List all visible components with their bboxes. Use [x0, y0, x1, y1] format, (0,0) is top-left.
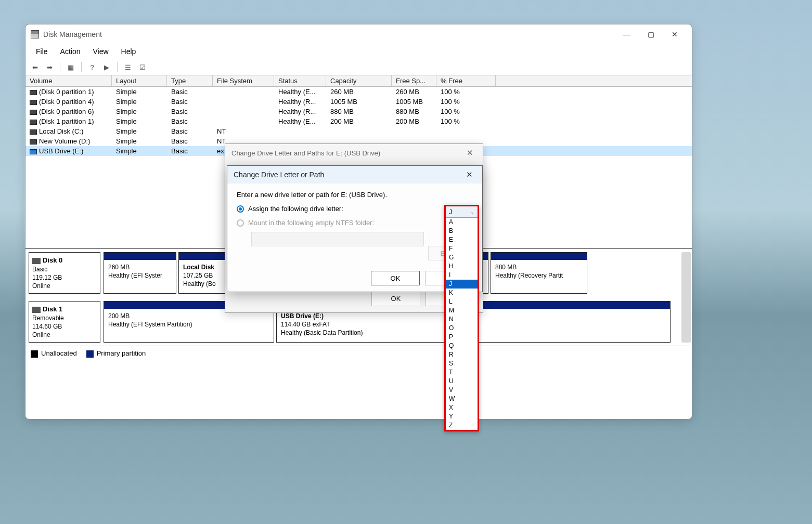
ntfs-folder-input: [251, 232, 424, 246]
legend: Unallocated Primary partition: [25, 346, 692, 361]
legend-primary-label: Primary partition: [97, 349, 146, 357]
dropdown-option[interactable]: W: [446, 395, 478, 403]
table-row[interactable]: (Disk 1 partition 1)SimpleBasicHealthy (…: [25, 116, 692, 126]
dropdown-option[interactable]: M: [446, 306, 478, 315]
volume-table-header: Volume Layout Type File System Status Ca…: [25, 75, 692, 87]
dropdown-option[interactable]: I: [446, 271, 478, 280]
disk-info[interactable]: Disk 1Removable114.60 GBOnline: [29, 301, 100, 343]
menubar: File Action View Help: [25, 44, 692, 59]
radio-mount-folder[interactable]: [237, 219, 244, 227]
swatch-unallocated: [31, 350, 38, 358]
dialog2-ok-button[interactable]: OK: [371, 271, 420, 285]
minimize-button[interactable]: —: [615, 26, 639, 43]
th-volume[interactable]: Volume: [25, 75, 112, 86]
forward-icon[interactable]: ➡: [43, 61, 56, 73]
table-row[interactable]: Local Disk (C:)SimpleBasicNT: [25, 126, 692, 136]
titlebar[interactable]: Disk Management — ▢ ✕: [25, 24, 692, 44]
window-title: Disk Management: [43, 30, 615, 38]
dropdown-option[interactable]: U: [446, 377, 478, 386]
th-status[interactable]: Status: [274, 75, 326, 86]
list-icon[interactable]: ☑: [136, 61, 149, 73]
legend-unallocated-label: Unallocated: [41, 349, 77, 357]
chevron-down-icon: ⌄: [470, 209, 474, 215]
dropdown-option[interactable]: Q: [446, 342, 478, 350]
dialog2-prompt: Enter a new drive letter or path for E: …: [237, 191, 473, 199]
th-pctfree[interactable]: % Free: [436, 75, 496, 86]
radio-mount-label: Mount in the following empty NTFS folder…: [248, 219, 374, 227]
dropdown-option[interactable]: J: [446, 280, 478, 289]
th-type[interactable]: Type: [167, 75, 213, 86]
th-layout[interactable]: Layout: [112, 75, 167, 86]
dropdown-option[interactable]: X: [446, 403, 478, 412]
dialog2-title: Change Drive Letter or Path: [234, 171, 324, 179]
dropdown-option[interactable]: H: [446, 262, 478, 271]
dropdown-selected[interactable]: J ⌄: [446, 206, 478, 218]
maximize-button[interactable]: ▢: [639, 26, 663, 43]
dropdown-option[interactable]: A: [446, 218, 478, 227]
dropdown-option[interactable]: R: [446, 350, 478, 359]
app-icon: [31, 30, 39, 38]
toolbar: ⬅ ➡ ▦ ? ▶ ☰ ☑: [25, 59, 692, 75]
disk-info[interactable]: Disk 0Basic119.12 GBOnline: [29, 252, 100, 294]
dropdown-option[interactable]: F: [446, 244, 478, 253]
close-button[interactable]: ✕: [663, 26, 687, 43]
th-free[interactable]: Free Sp...: [392, 75, 436, 86]
drive-letter-dropdown[interactable]: J ⌄ ABEFGHIJKLMNOPQRSTUVWXYZ: [444, 205, 479, 431]
menu-file[interactable]: File: [30, 45, 54, 58]
menu-action[interactable]: Action: [54, 45, 87, 58]
table-row[interactable]: (Disk 0 partition 1)SimpleBasicHealthy (…: [25, 87, 692, 97]
partition[interactable]: 880 MBHealthy (Recovery Partit: [491, 252, 587, 294]
dialog1-title: Change Drive Letter and Paths for E: (US…: [231, 149, 380, 157]
menu-help[interactable]: Help: [115, 45, 143, 58]
help-icon[interactable]: ?: [86, 61, 98, 73]
radio-assign-letter[interactable]: [237, 205, 244, 213]
refresh-icon[interactable]: ▶: [100, 61, 113, 73]
dropdown-option[interactable]: B: [446, 227, 478, 235]
menu-view[interactable]: View: [86, 45, 114, 58]
dropdown-option[interactable]: K: [446, 289, 478, 297]
th-filesystem[interactable]: File System: [213, 75, 274, 86]
dropdown-option[interactable]: N: [446, 315, 478, 324]
dropdown-option[interactable]: T: [446, 368, 478, 377]
dropdown-option[interactable]: G: [446, 253, 478, 262]
close-icon[interactable]: ✕: [462, 170, 476, 179]
th-capacity[interactable]: Capacity: [326, 75, 392, 86]
table-row[interactable]: (Disk 0 partition 6)SimpleBasicHealthy (…: [25, 107, 692, 116]
dropdown-option[interactable]: Y: [446, 412, 478, 421]
dropdown-option[interactable]: E: [446, 235, 478, 244]
props-icon[interactable]: ☰: [122, 61, 134, 73]
back-icon[interactable]: ⬅: [29, 61, 41, 73]
dropdown-option[interactable]: O: [446, 324, 478, 333]
partition[interactable]: 260 MBHealthy (EFI Syster: [104, 252, 176, 294]
scrollbar-vertical[interactable]: [681, 252, 691, 343]
dropdown-option[interactable]: Z: [446, 421, 478, 430]
swatch-primary: [86, 350, 94, 358]
dropdown-option[interactable]: L: [446, 297, 478, 306]
dropdown-option[interactable]: S: [446, 359, 478, 368]
dialog1-ok-button[interactable]: OK: [371, 291, 420, 306]
dropdown-option[interactable]: V: [446, 386, 478, 395]
close-icon[interactable]: ✕: [463, 148, 476, 158]
dropdown-option[interactable]: P: [446, 333, 478, 342]
view-icon[interactable]: ▦: [65, 61, 77, 73]
table-row[interactable]: (Disk 0 partition 4)SimpleBasicHealthy (…: [25, 97, 692, 107]
radio-assign-label: Assign the following drive letter:: [248, 205, 343, 213]
